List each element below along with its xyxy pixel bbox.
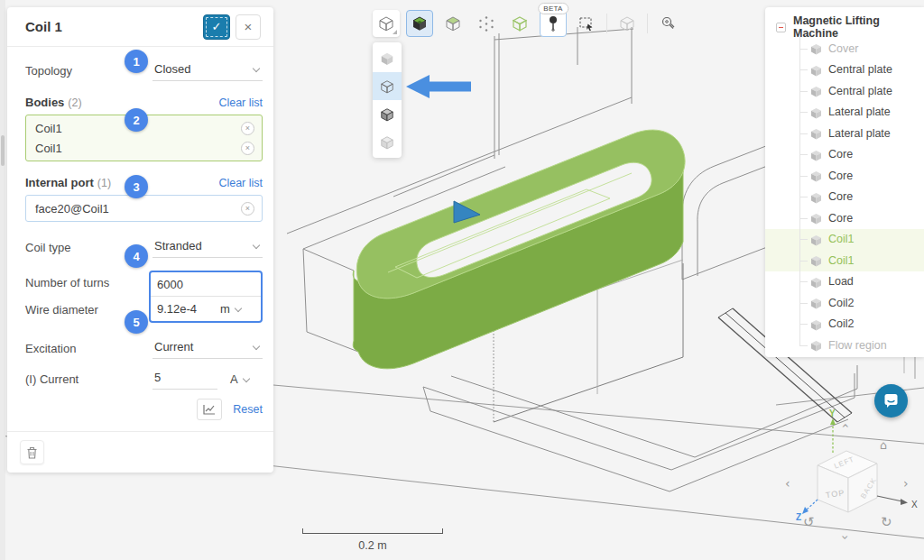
tree-item[interactable]: Core [765,165,924,187]
turns-input[interactable] [157,278,254,291]
list-item[interactable]: Coil1 × [35,138,254,158]
body-cube-icon [810,192,822,204]
chevron-down-icon [242,374,249,381]
panel-body: Topology Closed Bodies (2) Clear list Co… [7,47,273,431]
box-select-button[interactable] [573,10,600,37]
remove-icon[interactable]: × [241,122,254,135]
remove-icon[interactable]: × [241,142,254,155]
tree-root-row[interactable]: Magnetic Lifting Machine [765,16,924,38]
actions-row: Reset [25,399,263,431]
body-cube-icon [810,255,822,267]
turns-input-row [151,272,261,297]
rotate-up-button[interactable]: › [838,423,851,428]
wire-unit-select[interactable]: m [220,302,243,316]
assembly-select-button[interactable] [614,10,641,37]
wire-diameter-input[interactable] [157,302,220,316]
excitation-label: Excitation [25,342,152,355]
tree-item[interactable]: Cover [765,38,924,60]
body-cube-icon [810,43,822,55]
view-mode-shaded[interactable] [373,44,402,72]
current-unit-select[interactable]: A [230,372,251,386]
select-volume-button[interactable] [506,10,533,37]
tree-item[interactable]: Flow region [765,335,924,356]
view-mode-wireframe[interactable] [373,72,402,100]
internal-port-clear-link[interactable]: Clear list [218,177,263,189]
measure-tape-icon [660,15,676,32]
home-view-button[interactable]: ⌂ [880,439,887,451]
select-volume-icon [512,15,528,32]
view-mode-shaded-edges[interactable] [373,100,402,128]
tree-item[interactable]: Coil1 [765,229,924,251]
tree-item[interactable]: Core [765,187,924,208]
rotate-down-button[interactable]: › [839,535,852,540]
table-input-button[interactable] [197,399,222,420]
excitation-value: Current [154,340,193,353]
turns-wire-inputs: m [149,271,263,323]
chat-icon [883,393,899,409]
tree-item[interactable]: Core [765,207,924,229]
scale-label: 0.2 m [302,539,443,552]
current-row: (I) Current A [25,369,263,390]
current-input[interactable] [152,369,217,390]
select-vertex-button[interactable] [473,10,500,37]
bodies-label: Bodies [25,96,64,109]
tree-rows: Cover Central plate Central plate Latera… [765,38,924,356]
x-axis-label: X [911,500,918,510]
viewport-toolbar: BETA [373,10,681,37]
rotate-right-button[interactable]: › [903,477,909,490]
coil1-body[interactable] [353,130,685,369]
tree-item[interactable]: Lateral plate [765,123,924,144]
select-face-icon [445,15,461,32]
select-face-button[interactable] [439,10,467,37]
coil-settings-panel: Coil 1 ✓ × Topology Closed Bodies (2) Cl… [7,7,273,473]
view-modes-button[interactable] [373,10,400,37]
roll-ccw-button[interactable]: ↺ [803,516,815,529]
topology-select[interactable]: Closed [152,60,263,81]
bodies-clear-link[interactable]: Clear list [218,96,263,109]
list-item[interactable]: face20@Coil1 × [35,198,254,218]
wire-unit: m [220,302,230,316]
scrollbar-thumb[interactable] [1,135,5,166]
roll-cw-button[interactable]: ↻ [881,516,892,529]
wireframe-cube-icon [380,79,394,94]
box-select-icon [578,15,595,32]
support-chat-button[interactable] [874,384,908,418]
collapse-icon[interactable] [776,23,786,32]
coil-type-select[interactable]: Stranded [152,237,263,258]
tree-connector-line [799,34,800,346]
y-axis-arrow [830,418,836,425]
tree-item[interactable]: Core [765,144,924,166]
remove-icon[interactable]: × [241,202,254,216]
y-axis-label: Y [829,409,836,418]
app-window: Coil 1 ✓ × Topology Closed Bodies (2) Cl… [0,0,924,560]
reset-link[interactable]: Reset [233,403,263,416]
body-cube-icon [810,277,822,289]
chevron-down-icon [253,342,260,349]
z-axis [806,500,818,510]
select-body-icon [411,15,428,32]
tree-item[interactable]: Coil1 [765,250,924,271]
excitation-select[interactable]: Current [152,338,263,359]
probe-point-button[interactable]: BETA [540,10,567,37]
measure-button[interactable] [654,10,681,37]
view-mode-translucent[interactable] [373,128,402,156]
tree-item[interactable]: Load [765,271,924,293]
annotation-badge-4: 4 [125,244,148,268]
current-control: A [152,369,263,390]
cancel-button[interactable]: × [236,14,261,40]
body-cube-icon [810,170,822,182]
scene-tree-panel: Magnetic Lifting Machine Cover Central p… [765,7,924,357]
delete-button[interactable] [20,440,44,464]
apply-button[interactable]: ✓ [203,14,230,40]
tree-item[interactable]: Central plate [765,60,924,81]
tree-item[interactable]: Central plate [765,80,924,102]
tree-item[interactable]: Coil2 [765,292,924,314]
rotate-left-button[interactable]: ‹ [785,477,790,490]
tree-item[interactable]: Coil2 [765,314,924,335]
select-body-button[interactable] [406,10,433,37]
tree-item[interactable]: Lateral plate [765,102,924,124]
body-cube-icon [810,86,822,97]
probe-point-icon [546,15,560,32]
chevron-down-icon [235,304,242,311]
body-cube-icon [810,234,822,246]
